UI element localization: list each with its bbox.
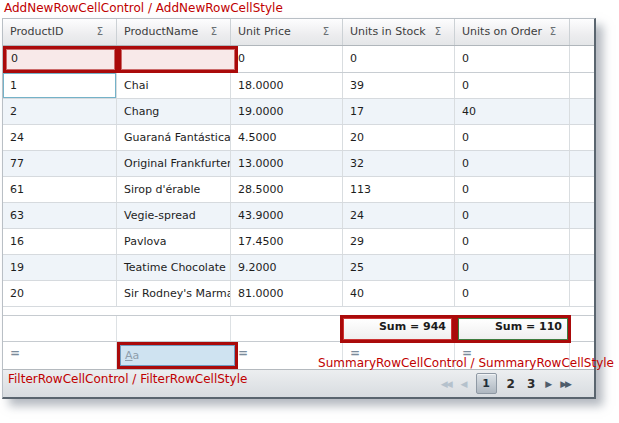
column-header-unitprice[interactable]: Unit Price Σ xyxy=(231,19,343,45)
summary-sigma-icon[interactable]: Σ xyxy=(97,19,103,45)
summary-sigma-icon[interactable]: Σ xyxy=(323,19,329,45)
table-row: 19 Teatime Chocolate Biscuits 9.2000 25 … xyxy=(3,255,594,281)
next-page-button[interactable]: ▶ xyxy=(545,379,552,389)
cell-unitprice[interactable]: 19.0000 xyxy=(231,99,343,124)
pager: ◀◀ ◀ 1 2 3 ▶ ▶▶ xyxy=(441,373,572,394)
header-filler xyxy=(570,19,594,45)
page-button-3[interactable]: 3 xyxy=(525,377,537,391)
cell-unitprice[interactable]: 28.5000 xyxy=(231,177,343,202)
cell-unitsonorder[interactable]: 0 xyxy=(455,229,570,254)
row-filler xyxy=(570,99,594,124)
annotation-addnewrow-style: AddNewRowCellControl / AddNewRowCellStyl… xyxy=(4,1,283,15)
cell-unitsinstock[interactable]: 32 xyxy=(343,151,455,176)
addnew-cell-unitprice[interactable]: 0 xyxy=(231,46,343,72)
summary-cell-unitsinstock: Sum = 944 xyxy=(343,318,452,340)
summary-sigma-icon[interactable]: Σ xyxy=(211,19,217,45)
last-page-button[interactable]: ▶▶ xyxy=(560,379,572,389)
summary-cell-empty xyxy=(231,316,343,341)
cell-unitsinstock[interactable]: 20 xyxy=(343,125,455,150)
cell-productid[interactable]: 16 xyxy=(3,229,117,254)
cell-unitprice[interactable]: 4.5000 xyxy=(231,125,343,150)
column-header-label: Units on Order xyxy=(462,25,542,38)
filter-operator-icon[interactable]: = xyxy=(10,346,20,360)
cell-unitsonorder[interactable]: 0 xyxy=(455,281,570,306)
cell-unitprice[interactable]: 43.9000 xyxy=(231,203,343,228)
annotation-filterrow-style: FilterRowCellControl / FilterRowCellStyl… xyxy=(8,372,247,386)
cell-unitsonorder[interactable]: 0 xyxy=(455,73,570,98)
cell-productname[interactable]: Original Frankfurter grüne Soße xyxy=(117,151,231,176)
cell-productname[interactable]: Sir Rodney's Marmalade xyxy=(117,281,231,306)
addnew-cell-productid[interactable]: 0 xyxy=(6,49,115,70)
previous-page-button[interactable]: ◀ xyxy=(461,379,468,389)
filter-annotation-box-productname: Aa xyxy=(117,342,238,369)
column-header-label: Unit Price xyxy=(238,25,291,38)
filter-cell-productid: = xyxy=(3,342,117,369)
cell-unitsonorder[interactable]: 0 xyxy=(455,177,570,202)
cell-productname[interactable]: Chai xyxy=(117,73,231,98)
cell-unitsinstock[interactable]: 25 xyxy=(343,255,455,280)
annotation-summaryrow-style: SummaryRowCellControl / SummaryRowCellSt… xyxy=(318,356,614,370)
cell-unitsinstock[interactable]: 39 xyxy=(343,73,455,98)
page-button-2[interactable]: 2 xyxy=(505,377,517,391)
row-filler xyxy=(570,151,594,176)
table-row: 1 Chai 18.0000 39 0 xyxy=(3,73,594,99)
row-filler xyxy=(570,203,594,228)
cell-unitsinstock[interactable]: 24 xyxy=(343,203,455,228)
cell-unitprice[interactable]: 18.0000 xyxy=(231,73,343,98)
cell-productid[interactable]: 20 xyxy=(3,281,117,306)
cell-unitsinstock[interactable]: 17 xyxy=(343,99,455,124)
cell-productname[interactable]: Vegie-spread xyxy=(117,203,231,228)
cell-productid[interactable]: 1 xyxy=(3,73,117,98)
table-row: 61 Sirop d'érable 28.5000 113 0 xyxy=(3,177,594,203)
cell-unitprice[interactable]: 81.0000 xyxy=(231,281,343,306)
column-header-unitsinstock[interactable]: Units in Stock Σ xyxy=(343,19,455,45)
cell-unitsonorder[interactable]: 0 xyxy=(455,151,570,176)
summary-cell-empty xyxy=(3,316,117,341)
row-filler xyxy=(570,177,594,202)
cell-unitsonorder[interactable]: 0 xyxy=(455,203,570,228)
cell-productid[interactable]: 61 xyxy=(3,177,117,202)
cell-productid[interactable]: 19 xyxy=(3,255,117,280)
column-header-productid[interactable]: ProductID Σ xyxy=(3,19,117,45)
filter-operator-icon[interactable]: = xyxy=(238,346,248,360)
column-header-unitsonorder[interactable]: Units on Order Σ xyxy=(455,19,570,45)
addnew-cell-unitsinstock[interactable]: 0 xyxy=(343,46,455,72)
page-button-1-current[interactable]: 1 xyxy=(476,373,497,394)
cell-unitsinstock[interactable]: 113 xyxy=(343,177,455,202)
cell-unitsonorder[interactable]: 40 xyxy=(455,99,570,124)
row-filler xyxy=(570,281,594,306)
first-page-button[interactable]: ◀◀ xyxy=(441,379,453,389)
addnew-cell-productname[interactable] xyxy=(121,49,235,70)
cell-productid[interactable]: 2 xyxy=(3,99,117,124)
cell-productname[interactable]: Sirop d'érable xyxy=(117,177,231,202)
column-header-label: ProductID xyxy=(10,25,63,38)
addnew-cell-unitsonorder[interactable]: 0 xyxy=(455,46,570,72)
cell-productid[interactable]: 63 xyxy=(3,203,117,228)
row-filler xyxy=(570,229,594,254)
cell-productname[interactable]: Pavlova xyxy=(117,229,231,254)
cell-unitsinstock[interactable]: 40 xyxy=(343,281,455,306)
data-grid: ProductID Σ ProductName Σ Unit Price Σ U… xyxy=(2,18,596,399)
table-row: 16 Pavlova 17.4500 29 0 xyxy=(3,229,594,255)
summary-sigma-icon[interactable]: Σ xyxy=(435,19,441,45)
table-row: 2 Chang 19.0000 17 40 xyxy=(3,99,594,125)
cell-unitprice[interactable]: 13.0000 xyxy=(231,151,343,176)
filter-input-productname[interactable]: Aa xyxy=(120,345,235,366)
summary-row: Sum = 944 Sum = 110 xyxy=(3,315,594,342)
column-header-productname[interactable]: ProductName Σ xyxy=(117,19,231,45)
summary-filler xyxy=(570,316,594,341)
table-row: 20 Sir Rodney's Marmalade 81.0000 40 0 xyxy=(3,281,594,307)
cell-productname[interactable]: Teatime Chocolate Biscuits xyxy=(117,255,231,280)
cell-productname[interactable]: Guaraná Fantástica xyxy=(117,125,231,150)
cell-unitprice[interactable]: 9.2000 xyxy=(231,255,343,280)
cell-unitsinstock[interactable]: 29 xyxy=(343,229,455,254)
summary-sigma-icon[interactable]: Σ xyxy=(550,19,556,45)
row-filler xyxy=(570,255,594,280)
cell-unitprice[interactable]: 17.4500 xyxy=(231,229,343,254)
cell-productid[interactable]: 24 xyxy=(3,125,117,150)
cell-unitsonorder[interactable]: 0 xyxy=(455,125,570,150)
cell-unitsonorder[interactable]: 0 xyxy=(455,255,570,280)
cell-productname[interactable]: Chang xyxy=(117,99,231,124)
summary-cell-unitsonorder: Sum = 110 xyxy=(458,318,568,340)
cell-productid[interactable]: 77 xyxy=(3,151,117,176)
